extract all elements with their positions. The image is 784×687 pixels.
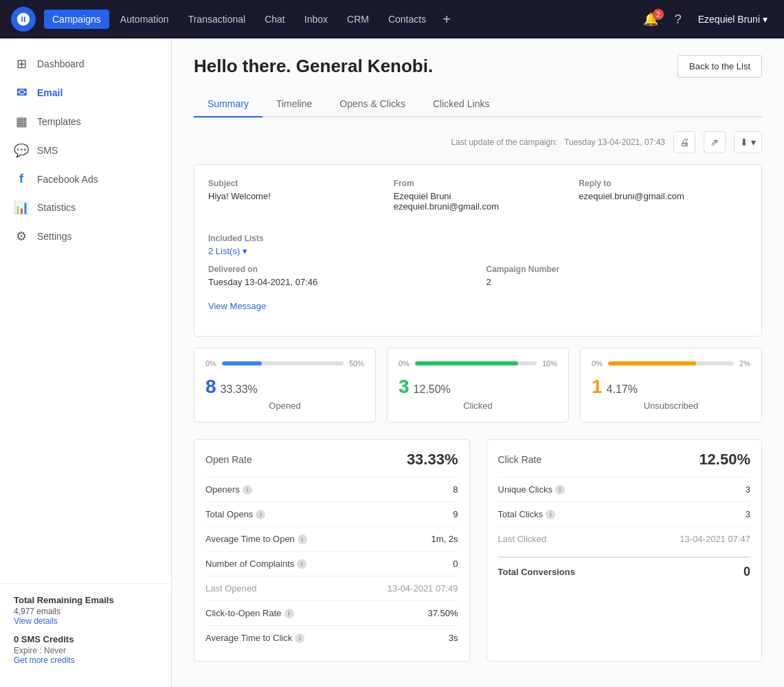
remaining-emails-count: 4,977 emails: [14, 607, 157, 616]
open-rate-title: Open Rate: [205, 454, 252, 465]
share-button[interactable]: ⇗: [704, 131, 726, 153]
info-bar: Last update of the campaign: Tuesday 13-…: [194, 131, 762, 153]
included-lists-link[interactable]: 2 List(s) ▾: [208, 246, 748, 256]
metric-total-clicks: Total Clicks i 3: [498, 502, 751, 526]
unique-clicks-val: 3: [746, 484, 750, 495]
unique-clicks-key: Unique Clicks i: [498, 484, 565, 495]
unsub-progress-bar: [608, 361, 696, 365]
sidebar: ⊞ Dashboard ✉ Email ▦ Templates 💬 SMS f …: [0, 38, 172, 687]
user-name: Ezequiel Bruni: [698, 14, 760, 25]
sidebar-item-templates[interactable]: ▦ Templates: [0, 107, 171, 136]
sidebar-item-sms[interactable]: 💬 SMS: [0, 136, 171, 165]
nav-chat[interactable]: Chat: [256, 10, 293, 29]
sidebar-item-dashboard[interactable]: ⊞ Dashboard: [0, 49, 171, 78]
notification-badge: 2: [653, 9, 664, 20]
app-logo[interactable]: [11, 7, 36, 32]
from-name: Ezequiel Bruni: [394, 191, 563, 201]
openers-key: Openers i: [205, 484, 252, 495]
last-opened-key: Last Opened: [205, 583, 256, 594]
sidebar-label-email: Email: [37, 87, 63, 98]
open-rate-header: Open Rate 33.33%: [205, 451, 458, 469]
nav-campaigns[interactable]: Campaigns: [44, 10, 109, 29]
avg-time-open-val: 1m, 2s: [431, 534, 458, 544]
delivered-on-block: Delivered on Tuesday 13-04-2021, 07:46: [208, 264, 470, 287]
sidebar-sms-credits: 0 SMS Credits Expire : Never Get more cr…: [14, 634, 157, 665]
reply-to-block: Reply to ezequiel.bruni@gmail.com: [579, 179, 748, 212]
click-rate-value: 12.50%: [699, 451, 750, 469]
sidebar-label-settings: Settings: [37, 231, 72, 242]
tab-summary[interactable]: Summary: [194, 91, 262, 117]
dropdown-arrow-icon: ▾: [243, 246, 247, 256]
nav-contacts[interactable]: Contacts: [380, 10, 434, 29]
view-message-link[interactable]: View Message: [208, 301, 266, 311]
view-details-link[interactable]: View details: [14, 616, 157, 626]
click-rate-title: Click Rate: [498, 454, 542, 465]
total-clicks-info-icon: i: [546, 510, 555, 519]
page-header: Hello there. General Kenobi. Back to the…: [194, 55, 762, 78]
cto-rate-val: 37.50%: [427, 608, 458, 618]
opened-label: Opened: [205, 401, 364, 411]
sidebar-remaining-emails: Total Remaining Emails 4,977 emails View…: [14, 595, 157, 626]
opened-max-label: 50%: [349, 359, 364, 368]
from-label: From: [394, 179, 563, 188]
sidebar-label-statistics: Statistics: [37, 202, 76, 213]
tab-clicked-links[interactable]: Clicked Links: [419, 91, 503, 117]
unique-clicks-info-icon: i: [555, 485, 565, 495]
included-lists-row: Included Lists 2 List(s) ▾: [208, 234, 748, 256]
campaign-number-block: Campaign Number 2: [486, 264, 748, 287]
notification-bell[interactable]: 🔔 2: [638, 9, 664, 30]
sms-icon: 💬: [14, 143, 29, 158]
campaign-number-value: 2: [486, 277, 748, 287]
sidebar-item-email[interactable]: ✉ Email: [0, 78, 171, 107]
nav-crm[interactable]: CRM: [339, 10, 377, 29]
sidebar-label-templates: Templates: [37, 116, 81, 127]
sidebar-item-statistics[interactable]: 📊 Statistics: [0, 193, 171, 222]
clicked-pct: 12.50%: [414, 383, 451, 396]
open-rate-panel: Open Rate 33.33% Openers i 8 Total Opens…: [194, 439, 470, 662]
remaining-emails-title: Total Remaining Emails: [14, 595, 157, 605]
main-content: Hello there. General Kenobi. Back to the…: [172, 38, 784, 687]
download-button[interactable]: ⬇ ▾: [734, 131, 762, 153]
user-dropdown-icon: ▾: [763, 14, 768, 25]
print-button[interactable]: 🖨: [673, 131, 695, 153]
metric-openers: Openers i 8: [205, 477, 458, 502]
campaign-number-label: Campaign Number: [486, 264, 748, 274]
clicked-progress-bar: [415, 361, 519, 365]
delivered-on-value: Tuesday 13-04-2021, 07:46: [208, 277, 470, 287]
metric-avg-time-open: Average Time to Open i 1m, 2s: [205, 526, 458, 551]
total-clicks-val: 3: [746, 509, 750, 519]
nav-plus[interactable]: +: [437, 9, 456, 30]
complaints-info-icon: i: [297, 559, 306, 569]
tab-timeline[interactable]: Timeline: [262, 91, 326, 117]
avg-time-click-key: Average Time to Click i: [205, 633, 304, 643]
from-block: From Ezequiel Bruni ezequiel.bruni@gmail…: [394, 179, 563, 212]
unsub-max-label: 2%: [739, 359, 750, 368]
back-to-list-button[interactable]: Back to the List: [677, 55, 762, 78]
clicked-progress-bar-wrap: [415, 361, 537, 365]
nav-inbox[interactable]: Inbox: [296, 10, 336, 29]
sidebar-item-facebook-ads[interactable]: f Facebook Ads: [0, 165, 171, 193]
help-button[interactable]: ?: [669, 10, 687, 30]
nav-transactional[interactable]: Transactional: [180, 10, 254, 29]
avg-time-click-val: 3s: [449, 633, 458, 643]
complaints-val: 0: [453, 559, 458, 569]
avg-time-open-info-icon: i: [298, 534, 307, 544]
tab-opens-clicks[interactable]: Opens & Clicks: [326, 91, 419, 117]
unsub-min-label: 0%: [592, 359, 603, 368]
delivery-row: Delivered on Tuesday 13-04-2021, 07:46 C…: [208, 264, 748, 287]
settings-icon: ⚙: [14, 229, 29, 244]
unsub-pct: 4.17%: [607, 383, 638, 396]
avg-time-open-key: Average Time to Open i: [205, 534, 307, 544]
tabs: Summary Timeline Opens & Clicks Clicked …: [194, 91, 762, 117]
nav-automation[interactable]: Automation: [112, 10, 177, 29]
sidebar-item-settings[interactable]: ⚙ Settings: [0, 222, 171, 251]
metric-last-opened: Last Opened 13-04-2021 07:49: [205, 576, 458, 600]
unsub-value-row: 1 4.17%: [592, 376, 750, 398]
get-more-credits-link[interactable]: Get more credits: [14, 655, 157, 665]
total-clicks-key: Total Clicks i: [498, 509, 556, 519]
dropdown-icon: ▾: [751, 137, 756, 148]
opened-min-label: 0%: [205, 359, 216, 368]
clicked-max-label: 10%: [542, 359, 557, 368]
opened-pct: 33.33%: [221, 383, 258, 396]
user-menu[interactable]: Ezequiel Bruni ▾: [693, 11, 773, 27]
